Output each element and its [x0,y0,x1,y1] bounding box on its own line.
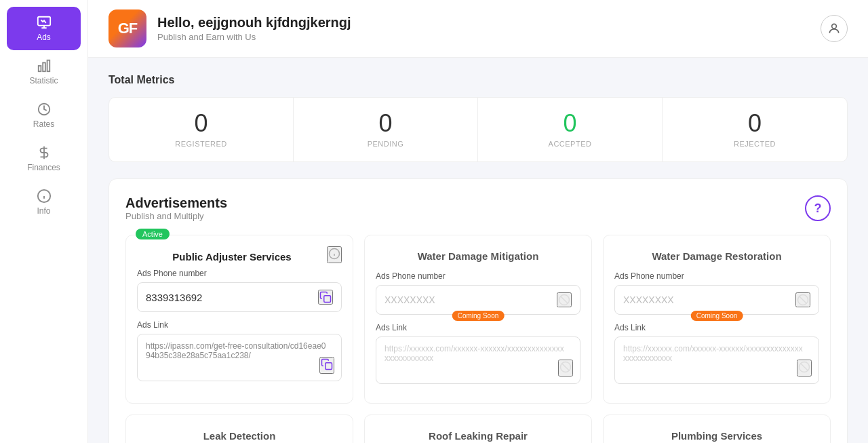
metric-accepted: 0 ACCEPTED [478,98,663,161]
ad-card-water-restoration: Water Damage Restoration Ads Phone numbe… [603,235,831,404]
sidebar-item-info[interactable]: Info [0,180,87,224]
svg-line-19 [800,296,807,304]
header-subtitle: Publish and Earn with Us [157,32,351,42]
content-area: Total Metrics 0 REGISTERED 0 PENDING 0 A… [88,58,868,443]
header-greeting: Hello, eejjgnouh kjfdngjkerngj [157,15,351,31]
active-badge: Active [136,229,170,239]
info-circle-icon [328,248,340,260]
ads-section: Advertisements Publish and Multiply ? Ac… [108,178,848,443]
sidebar-item-rates[interactable]: Rates [0,94,87,137]
link-value-1: https://ipassn.com/get-free-consultation… [146,341,333,360]
svg-point-8 [832,24,837,28]
no-phone-button-2[interactable] [557,292,572,307]
phone-label-2: Ads Phone number [376,271,580,281]
block-icon-link [559,361,572,373]
svg-rect-12 [324,296,331,303]
sidebar-item-finances[interactable]: Finances [0,137,87,180]
sidebar-item-finances-label: Finances [27,163,60,172]
info-icon [37,189,52,204]
svg-rect-13 [326,363,332,370]
block-icon [558,294,570,306]
ad-card-roof-leaking: Roof Leaking Repair Ads Phone number XXX… [364,415,592,443]
sidebar-item-ads[interactable]: Ads [7,7,81,50]
link-field-2: https://xxxxxx.com/xxxxxx-xxxxxx/xxxxxxx… [376,336,580,384]
sidebar-item-info-label: Info [37,206,50,216]
svg-rect-3 [47,60,50,72]
svg-rect-2 [43,62,45,71]
ads-title: Advertisements [125,195,227,211]
ad-card-plumbing: Plumbing Services Ads Phone number XXXXX… [603,415,831,443]
ads-header: Advertisements Publish and Multiply ? [125,195,831,221]
finances-icon [37,145,52,160]
statistic-icon [37,58,52,73]
help-button[interactable]: ? [805,195,831,221]
sidebar-item-statistic-label: Statistic [29,76,58,85]
svg-rect-1 [38,66,41,71]
link-field-1: https://ipassn.com/get-free-consultation… [137,334,342,381]
rates-icon [37,102,52,117]
phone-placeholder-2: XXXXXXXX [384,294,435,305]
ads-subtitle: Publish and Multiply [125,211,227,221]
link-field-3: https://xxxxxx.com/xxxxxx-xxxxxx/xxxxxxx… [614,336,819,384]
block-icon-3 [797,294,809,306]
phone-placeholder-3: XXXXXXXX [623,294,674,305]
link-label-3: Ads Link [614,323,819,332]
coming-soon-badge-2: Coming Soon [452,311,505,321]
user-icon [827,22,841,35]
avatar-button[interactable] [821,15,848,42]
copy-phone-button-1[interactable] [318,290,333,305]
metric-registered-value: 0 [194,111,208,136]
metric-rejected-label: REJECTED [734,140,776,148]
sidebar-item-statistic[interactable]: Statistic [0,50,87,94]
card-top-row-1: Public Adjuster Services [137,246,342,263]
block-icon-link-3 [798,361,810,373]
main-content: GF Hello, eejjgnouh kjfdngjkerngj Publis… [88,0,868,443]
ad-card-leak-detection: Leak Detection Ads Phone number XXXXXXXX [125,415,353,443]
svg-line-15 [561,296,568,304]
logo: GF [108,9,146,47]
sidebar-item-rates-label: Rates [33,119,54,129]
no-link-button-3[interactable] [797,360,812,377]
header: GF Hello, eejjgnouh kjfdngjkerngj Publis… [88,0,868,58]
no-link-button-2[interactable] [558,360,573,377]
link-label-1: Ads Link [137,320,342,330]
metrics-row: 0 REGISTERED 0 PENDING 0 ACCEPTED 0 REJE… [108,97,848,162]
link-placeholder-3: https://xxxxxx.com/xxxxxx-xxxxxx/xxxxxxx… [623,344,810,363]
coming-soon-badge-3: Coming Soon [691,311,743,321]
phone-field-2: XXXXXXXX Coming Soon [376,285,580,315]
ad-card-title-3: Water Damage Restoration [614,250,819,262]
phone-label-1: Ads Phone number [137,269,342,278]
svg-line-21 [801,364,808,371]
metric-pending-value: 0 [378,111,392,136]
phone-field-1: 8339313692 [137,282,342,312]
svg-line-17 [562,364,570,371]
ad-card-title-2: Water Damage Mitigation [376,250,580,262]
metric-rejected: 0 REJECTED [663,98,847,161]
metric-registered-label: REGISTERED [175,140,227,148]
link-placeholder-2: https://xxxxxx.com/xxxxxx-xxxxxx/xxxxxxx… [384,344,572,363]
header-left: GF Hello, eejjgnouh kjfdngjkerngj Publis… [108,9,351,47]
copy-icon-link [321,358,333,370]
ads-icon [37,15,52,30]
metric-pending-label: PENDING [368,140,404,148]
ad-card-water-mitigation: Water Damage Mitigation Ads Phone number… [364,235,592,404]
phone-label-3: Ads Phone number [614,271,819,281]
copy-link-button-1[interactable] [319,357,334,374]
link-label-2: Ads Link [376,323,580,332]
ad-card-title-5: Roof Leaking Repair [376,430,580,442]
no-phone-button-3[interactable] [795,292,810,307]
metric-rejected-value: 0 [748,111,762,136]
ads-grid: Active Public Adjuster Services Ads Phon… [125,235,831,443]
ad-card-title-1: Public Adjuster Services [137,251,327,263]
ad-card-public-adjuster: Active Public Adjuster Services Ads Phon… [125,235,353,404]
metric-registered: 0 REGISTERED [109,98,294,161]
copy-icon [319,291,332,303]
sidebar: Ads Statistic Rates Finances Info [0,0,88,443]
header-text: Hello, eejjgnouh kjfdngjkerngj Publish a… [157,15,351,42]
info-button-1[interactable] [327,246,342,263]
metrics-title: Total Metrics [108,74,848,86]
metric-accepted-value: 0 [563,111,576,136]
ad-card-title-6: Plumbing Services [614,430,819,442]
ad-card-title-4: Leak Detection [137,430,342,442]
metric-accepted-label: ACCEPTED [549,140,592,148]
